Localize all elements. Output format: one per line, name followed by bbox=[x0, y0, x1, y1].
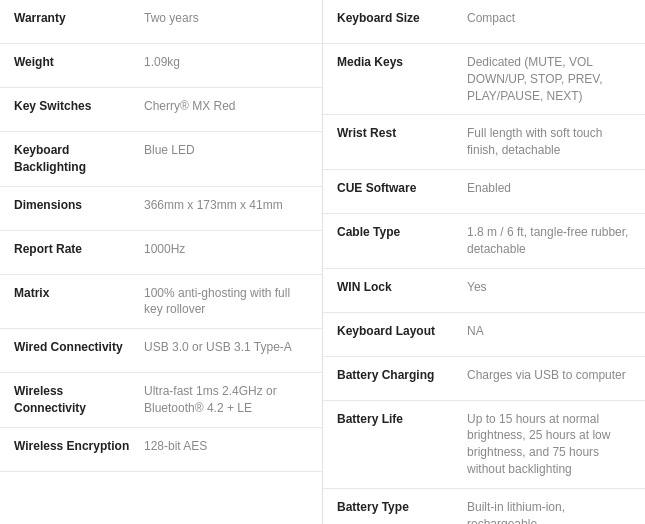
spec-label: Wrist Rest bbox=[337, 125, 467, 142]
table-row: Weight1.09kg bbox=[0, 44, 322, 88]
right-column: Keyboard SizeCompactMedia KeysDedicated … bbox=[323, 0, 645, 524]
spec-label: Dimensions bbox=[14, 197, 144, 214]
table-row: Dimensions366mm x 173mm x 41mm bbox=[0, 187, 322, 231]
table-row: Battery TypeBuilt-in lithium-ion, rechar… bbox=[323, 489, 645, 524]
spec-label: Keyboard Layout bbox=[337, 323, 467, 340]
spec-label: Key Switches bbox=[14, 98, 144, 115]
specs-container: WarrantyTwo yearsWeight1.09kgKey Switche… bbox=[0, 0, 645, 524]
table-row: Cable Type1.8 m / 6 ft, tangle-free rubb… bbox=[323, 214, 645, 269]
spec-value: Cherry® MX Red bbox=[144, 98, 308, 115]
spec-value: Charges via USB to computer bbox=[467, 367, 631, 384]
table-row: Wireless Encryption128-bit AES bbox=[0, 428, 322, 472]
table-row: Media KeysDedicated (MUTE, VOL DOWN/UP, … bbox=[323, 44, 645, 115]
table-row: Battery ChargingCharges via USB to compu… bbox=[323, 357, 645, 401]
spec-label: Report Rate bbox=[14, 241, 144, 258]
spec-value: Full length with soft touch finish, deta… bbox=[467, 125, 631, 159]
table-row: Matrix100% anti-ghosting with full key r… bbox=[0, 275, 322, 330]
spec-value: Yes bbox=[467, 279, 631, 296]
spec-label: Battery Type bbox=[337, 499, 467, 516]
spec-value: Two years bbox=[144, 10, 308, 27]
spec-value: 1.8 m / 6 ft, tangle-free rubber, detach… bbox=[467, 224, 631, 258]
table-row: Keyboard SizeCompact bbox=[323, 0, 645, 44]
spec-value: NA bbox=[467, 323, 631, 340]
spec-label: Keyboard Size bbox=[337, 10, 467, 27]
table-row: Report Rate1000Hz bbox=[0, 231, 322, 275]
spec-label: Cable Type bbox=[337, 224, 467, 241]
spec-value: 128-bit AES bbox=[144, 438, 308, 455]
table-row: CUE SoftwareEnabled bbox=[323, 170, 645, 214]
spec-label: Battery Life bbox=[337, 411, 467, 428]
spec-value: Compact bbox=[467, 10, 631, 27]
spec-label: Media Keys bbox=[337, 54, 467, 71]
spec-value: Ultra-fast 1ms 2.4GHz or Bluetooth® 4.2 … bbox=[144, 383, 308, 417]
spec-value: 100% anti-ghosting with full key rollove… bbox=[144, 285, 308, 319]
spec-label: Weight bbox=[14, 54, 144, 71]
spec-label: Wireless Connectivity bbox=[14, 383, 144, 417]
spec-value: Enabled bbox=[467, 180, 631, 197]
table-row: Wrist RestFull length with soft touch fi… bbox=[323, 115, 645, 170]
spec-label: WIN Lock bbox=[337, 279, 467, 296]
left-column: WarrantyTwo yearsWeight1.09kgKey Switche… bbox=[0, 0, 323, 524]
spec-label: Keyboard Backlighting bbox=[14, 142, 144, 176]
spec-value: Blue LED bbox=[144, 142, 308, 159]
table-row: Wireless ConnectivityUltra-fast 1ms 2.4G… bbox=[0, 373, 322, 428]
spec-value: Built-in lithium-ion, rechargeable bbox=[467, 499, 631, 524]
spec-value: 1000Hz bbox=[144, 241, 308, 258]
table-row: Keyboard BacklightingBlue LED bbox=[0, 132, 322, 187]
spec-label: Wired Connectivity bbox=[14, 339, 144, 356]
spec-value: USB 3.0 or USB 3.1 Type-A bbox=[144, 339, 308, 356]
table-row: Wired ConnectivityUSB 3.0 or USB 3.1 Typ… bbox=[0, 329, 322, 373]
table-row: Keyboard LayoutNA bbox=[323, 313, 645, 357]
spec-value: Up to 15 hours at normal brightness, 25 … bbox=[467, 411, 631, 478]
table-row: WIN LockYes bbox=[323, 269, 645, 313]
spec-value: 1.09kg bbox=[144, 54, 308, 71]
spec-label: Wireless Encryption bbox=[14, 438, 144, 455]
spec-label: Warranty bbox=[14, 10, 144, 27]
spec-label: Battery Charging bbox=[337, 367, 467, 384]
table-row: Battery LifeUp to 15 hours at normal bri… bbox=[323, 401, 645, 489]
spec-label: CUE Software bbox=[337, 180, 467, 197]
spec-value: Dedicated (MUTE, VOL DOWN/UP, STOP, PREV… bbox=[467, 54, 631, 104]
spec-label: Matrix bbox=[14, 285, 144, 302]
table-row: WarrantyTwo years bbox=[0, 0, 322, 44]
spec-value: 366mm x 173mm x 41mm bbox=[144, 197, 308, 214]
table-row: Key SwitchesCherry® MX Red bbox=[0, 88, 322, 132]
